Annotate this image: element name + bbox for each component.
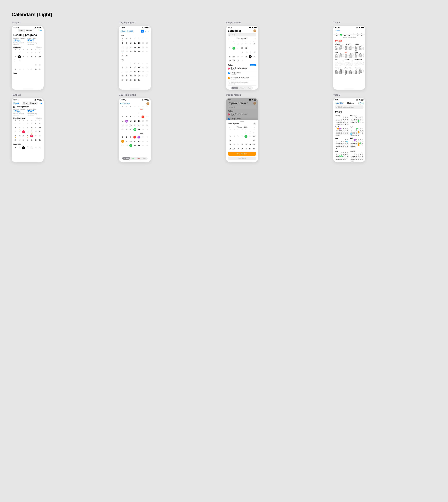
calendar-day[interactable]: 9 bbox=[125, 41, 129, 45]
calendar-day[interactable]: 13 bbox=[141, 139, 145, 143]
calendar-day[interactable]: 30 bbox=[26, 50, 30, 54]
calendar-day[interactable]: 7 bbox=[145, 135, 149, 139]
calendar-day[interactable]: 7 bbox=[145, 37, 149, 41]
prev-month-button[interactable]: ‹ bbox=[228, 38, 230, 40]
calendar-day[interactable]: 10 bbox=[145, 115, 149, 119]
calendar-day[interactable]: 13 bbox=[252, 46, 256, 50]
calendar-day[interactable] bbox=[125, 111, 129, 115]
calendar-day[interactable]: 14 bbox=[133, 119, 137, 123]
calendar-day[interactable]: 8 bbox=[13, 146, 17, 150]
calendar-day[interactable]: 12 bbox=[232, 139, 236, 142]
calendar-day[interactable]: 25 bbox=[121, 127, 125, 132]
calendar-day[interactable]: 12 bbox=[125, 119, 129, 123]
calendar-day[interactable]: 8 bbox=[137, 115, 141, 119]
calendar-day[interactable]: 12 bbox=[17, 59, 21, 63]
calendar-day[interactable]: 16 bbox=[141, 119, 145, 123]
calendar-day[interactable]: 21 bbox=[26, 63, 30, 67]
calendar-day[interactable]: 7 bbox=[133, 115, 137, 119]
calendar-day[interactable]: 22 bbox=[30, 134, 34, 138]
year-month[interactable]: March12345678910111213141516171819202122… bbox=[335, 126, 348, 137]
calendar-day[interactable]: 26 bbox=[17, 138, 21, 142]
calendar-day[interactable]: 11 bbox=[141, 65, 145, 70]
calendar-day[interactable]: 16 bbox=[133, 70, 137, 74]
calendar-day[interactable]: 22 bbox=[232, 55, 236, 59]
calendar-day[interactable]: 10 bbox=[21, 146, 26, 150]
calendar-day[interactable]: 29 bbox=[232, 59, 236, 63]
calendar-day[interactable]: 14 bbox=[228, 50, 232, 54]
calendar-day[interactable]: 2 bbox=[248, 130, 252, 134]
calendar-day[interactable]: 15 bbox=[121, 143, 125, 148]
back-button[interactable]: March, 24, 2020 bbox=[120, 30, 133, 32]
year-month[interactable]: January123456789101112131415161718192021… bbox=[335, 115, 348, 125]
calendar-day[interactable]: 28 bbox=[26, 138, 30, 142]
calendar-day[interactable]: 3 bbox=[129, 37, 133, 41]
calendar-day[interactable] bbox=[137, 54, 141, 58]
calendar-day[interactable]: 24 bbox=[129, 49, 133, 54]
monthly-dropdown[interactable]: Monthly ⌄ bbox=[36, 47, 42, 48]
calendar-day[interactable]: 14 bbox=[125, 70, 129, 74]
calendar-day[interactable]: 25 bbox=[244, 55, 248, 59]
calendar-day[interactable]: 27 bbox=[13, 121, 17, 125]
calendar-day[interactable] bbox=[141, 54, 145, 58]
calendar-day[interactable]: 23 bbox=[125, 49, 129, 54]
calendar-day[interactable]: 6 bbox=[21, 126, 26, 130]
calendar-day[interactable]: 16 bbox=[248, 139, 252, 142]
calendar-day[interactable]: 27 bbox=[21, 67, 26, 71]
calendar-day[interactable]: 16 bbox=[236, 50, 240, 54]
calendar-day[interactable]: 17 bbox=[240, 50, 244, 54]
calendar-day[interactable]: 10 bbox=[129, 41, 133, 45]
calendar-day[interactable]: 4 bbox=[133, 135, 137, 139]
calendar-day[interactable]: 18 bbox=[228, 143, 232, 147]
calendar-day[interactable]: 3 bbox=[137, 61, 141, 65]
calendar-day[interactable]: 3 bbox=[252, 130, 256, 134]
calendar-day[interactable]: 15 bbox=[137, 119, 141, 123]
home-indicator[interactable] bbox=[22, 89, 33, 89]
calendar-day[interactable]: 7 bbox=[26, 126, 30, 130]
calendar-day[interactable]: 8 bbox=[121, 139, 125, 143]
calendar-day[interactable]: 1 bbox=[244, 130, 248, 134]
calendar-day[interactable]: 24 bbox=[240, 55, 244, 59]
calendar-day[interactable]: 13 bbox=[236, 139, 240, 142]
calendar-day[interactable]: 11 bbox=[133, 139, 137, 143]
calendar-day[interactable]: 31 bbox=[38, 138, 42, 142]
calendar-day[interactable]: 28 bbox=[240, 147, 244, 151]
calendar-day[interactable]: 17 bbox=[252, 139, 256, 142]
history-tab[interactable]: History bbox=[13, 102, 19, 104]
calendar-day[interactable] bbox=[129, 54, 133, 58]
avatar[interactable] bbox=[253, 29, 256, 32]
calendar-day[interactable]: 14 bbox=[145, 139, 149, 143]
calendar-day[interactable]: 8 bbox=[129, 65, 133, 70]
calendar-day[interactable]: 26 bbox=[125, 127, 129, 132]
calendar-day[interactable]: 29 bbox=[244, 147, 248, 151]
list-view-icon[interactable]: ≡ bbox=[141, 30, 144, 32]
calendar-day[interactable]: 24 bbox=[38, 63, 42, 67]
calendar-day[interactable]: 29 bbox=[137, 127, 141, 132]
calendar-day[interactable]: 20 bbox=[121, 74, 125, 78]
calendar-day[interactable]: 2 bbox=[133, 61, 137, 65]
calendar-day[interactable]: 30 bbox=[248, 147, 252, 151]
calendar-day[interactable]: 29 bbox=[30, 138, 34, 142]
calendar-day[interactable]: 6 bbox=[121, 65, 125, 70]
calendar-day[interactable]: 25 bbox=[228, 147, 232, 151]
calendar-day[interactable]: 2 bbox=[34, 50, 38, 54]
calendar-day[interactable]: 5 bbox=[17, 55, 21, 59]
calendar-day[interactable]: 3 bbox=[38, 121, 42, 125]
monthly-dropdown[interactable]: Monthly ⌄ bbox=[36, 118, 42, 119]
calendar-day[interactable]: 13 bbox=[21, 59, 26, 63]
segmented-today-tomorrow-week[interactable]: TodayTomorrowWeek bbox=[231, 86, 253, 90]
calendar-day[interactable]: 14 bbox=[26, 59, 30, 63]
calendar-day[interactable]: 6 bbox=[21, 55, 26, 59]
calendar-day[interactable]: 4 bbox=[133, 37, 137, 41]
calendar-day[interactable]: 17 bbox=[38, 59, 42, 63]
list-icon[interactable]: ≣ bbox=[40, 102, 42, 104]
calendar-day[interactable]: 16 bbox=[34, 130, 38, 134]
calendar-day[interactable]: 30 bbox=[26, 121, 30, 125]
calendar-day[interactable]: 25 bbox=[13, 67, 17, 71]
calendar-day[interactable]: 31 bbox=[137, 78, 141, 82]
calendar-day[interactable]: 13 bbox=[21, 130, 26, 134]
calendar-day[interactable]: 4 bbox=[228, 134, 232, 138]
calendar-day[interactable]: 28 bbox=[17, 121, 21, 125]
calendar-day[interactable]: 15 bbox=[30, 59, 34, 63]
calendar-day[interactable]: 28 bbox=[125, 78, 129, 82]
calendar-day[interactable]: 27 bbox=[21, 138, 26, 142]
